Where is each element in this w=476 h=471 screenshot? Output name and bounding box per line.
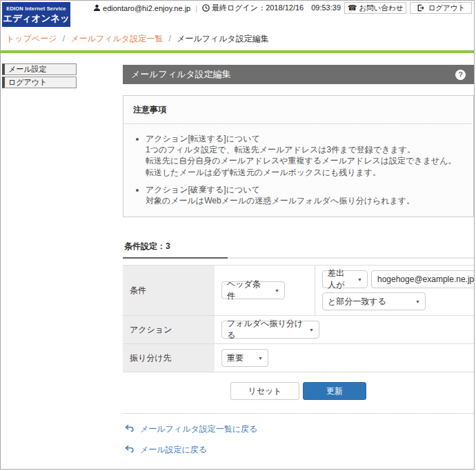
logout-icon <box>417 4 424 12</box>
notes-box: 注意事項 アクション[転送する]について 1つのフィルタ設定で、転送先メールアド… <box>123 95 474 217</box>
back-link-label: メール設定に戻る <box>140 444 207 456</box>
condition-detail-line1: 差出人が ▼ <box>322 270 475 288</box>
match-type-select-value: と部分一致する <box>328 296 386 308</box>
form-buttons: リセット 更新 <box>123 382 474 400</box>
action-select[interactable]: フォルダへ振り分ける ▼ <box>221 321 319 339</box>
notes-item-line: 対象のメールはWebメールの迷惑メールフォルダへ振り分けられます。 <box>146 195 473 206</box>
condition-heading: 条件設定：3 <box>123 241 228 259</box>
form-row-folder: 振り分け先 重要 ▼ <box>123 344 474 372</box>
page-title-bar: メールフィルタ設定編集 ? <box>123 65 474 84</box>
sidebar-item-mail-settings[interactable]: メール設定 <box>2 63 77 75</box>
back-to-filter-list-link[interactable]: メールフィルタ設定一覧に戻る <box>123 423 474 435</box>
condition-row-label: 条件 <box>123 265 215 315</box>
edion-logo[interactable]: EDION Internet Service エディオンネット <box>2 2 70 27</box>
sender-field-select[interactable]: 差出人が ▼ <box>322 270 368 288</box>
main-content: メールフィルタ設定編集 ? 注意事項 アクション[転送する]について 1つのフィ… <box>123 53 474 470</box>
breadcrumb: トップページ / メールフィルタ設定一覧 / メールフィルタ設定編集 <box>1 27 474 50</box>
chevron-down-icon: ▼ <box>275 288 279 293</box>
notes-item-line: 1つのフィルタ設定で、転送先メールアドレスは3件まで登録できます。 <box>146 144 473 155</box>
user-icon <box>93 4 101 12</box>
top-header: EDION Internet Service エディオンネット ediontar… <box>1 1 474 27</box>
breadcrumb-separator: / <box>168 34 170 43</box>
action-select-value: フォルダへ振り分ける <box>227 318 303 341</box>
breadcrumb-current-page: メールフィルタ設定編集 <box>177 34 269 43</box>
sidebar-item-logout[interactable]: ログアウト <box>2 77 77 88</box>
body: メール設定 ログアウト メールフィルタ設定編集 ? 注意事項 アクション[転送す… <box>1 53 474 470</box>
notes-item-line: 転送したメールは必ず転送元のメールボックスにも残ります。 <box>146 167 473 178</box>
condition-detail-line2: と部分一致する ▼ <box>322 292 426 310</box>
logo-line2: エディオンネット <box>2 12 70 37</box>
last-login-text: 最終ログイン：2018/12/16 09:53:39 <box>212 3 341 13</box>
page-title: メールフィルタ設定編集 <box>131 68 231 81</box>
notes-item-discard: アクション[破棄する]について 対象のメールはWebメールの迷惑メールフォルダへ… <box>146 184 473 206</box>
back-to-mail-settings-link[interactable]: メール設定に戻る <box>123 444 474 456</box>
folder-row-label: 振り分け先 <box>123 344 215 372</box>
back-link-label: メールフィルタ設定一覧に戻る <box>140 423 257 435</box>
notes-item-title: アクション[転送する]について <box>146 133 473 144</box>
user-email: ediontaro@hi2.enjoy.ne.jp <box>103 4 190 12</box>
notes-heading: 注意事項 <box>123 96 473 123</box>
topbar-separator: | <box>195 4 197 12</box>
chevron-down-icon: ▼ <box>258 356 263 361</box>
chevron-down-icon: ▼ <box>415 299 420 304</box>
logout-button-label: ログアウト <box>428 3 466 13</box>
sender-field-select-value: 差出人が <box>328 268 351 291</box>
header-condition-select[interactable]: ヘッダ条件 ▼ <box>221 281 285 299</box>
condition-type-cell: ヘッダ条件 ▼ <box>215 265 315 315</box>
sidebar-item-label: メール設定 <box>8 65 47 73</box>
dotted-separator <box>123 469 474 470</box>
action-row-label: アクション <box>123 316 215 343</box>
logout-button[interactable]: ログアウト <box>410 2 472 14</box>
notes-divider <box>125 123 472 124</box>
return-arrow-icon <box>125 445 134 455</box>
action-cell: フォルダへ振り分ける ▼ <box>215 316 326 343</box>
phone-icon: ☎ <box>348 3 357 12</box>
filter-form-table: 条件 ヘッダ条件 ▼ 差出人が ▼ <box>123 265 474 372</box>
condition-heading-wrap: 条件設定：3 <box>123 239 474 259</box>
top-utility-bar: ediontaro@hi2.enjoy.ne.jp | 最終ログイン：2018/… <box>93 2 472 14</box>
contact-button[interactable]: ☎ お問い合わせ <box>344 2 406 14</box>
chevron-down-icon: ▼ <box>309 328 314 332</box>
match-address-input[interactable] <box>371 270 475 288</box>
sidebar-item-label: ログアウト <box>8 78 47 86</box>
dotted-separator <box>123 413 474 414</box>
folder-cell: 重要 ▼ <box>215 344 275 372</box>
chevron-down-icon: ▼ <box>357 277 362 282</box>
breadcrumb-filter-list[interactable]: メールフィルタ設定一覧 <box>70 34 163 43</box>
contact-button-label: お問い合わせ <box>359 3 403 13</box>
notes-item-title: アクション[破棄する]について <box>146 184 473 195</box>
page: EDION Internet Service エディオンネット ediontar… <box>0 0 475 470</box>
notes-item-forward: アクション[転送する]について 1つのフィルタ設定で、転送先メールアドレスは3件… <box>146 133 473 178</box>
reset-button[interactable]: リセット <box>230 382 299 400</box>
sidebar: メール設定 ログアウト <box>2 63 77 90</box>
notes-list: アクション[転送する]について 1つのフィルタ設定で、転送先メールアドレスは3件… <box>146 133 473 206</box>
notes-item-line: 転送先に自分自身のメールアドレスや重複するメールアドレスは設定できません。 <box>146 155 473 166</box>
form-row-condition: 条件 ヘッダ条件 ▼ 差出人が ▼ <box>123 265 474 316</box>
folder-select[interactable]: 重要 ▼ <box>221 349 268 367</box>
back-links: メールフィルタ設定一覧に戻る メール設定に戻る <box>123 423 474 456</box>
clock-icon <box>202 4 210 12</box>
folder-select-value: 重要 <box>227 352 244 364</box>
form-row-action: アクション フォルダへ振り分ける ▼ <box>123 316 474 344</box>
logo-line1: EDION Internet Service <box>2 6 70 12</box>
match-type-select[interactable]: と部分一致する ▼ <box>322 292 426 310</box>
header-condition-select-value: ヘッダ条件 <box>227 279 268 302</box>
return-arrow-icon <box>125 424 134 434</box>
update-button[interactable]: 更新 <box>303 382 366 400</box>
help-icon[interactable]: ? <box>455 70 466 80</box>
condition-detail-cell: 差出人が ▼ と部分一致する ▼ <box>315 265 475 315</box>
